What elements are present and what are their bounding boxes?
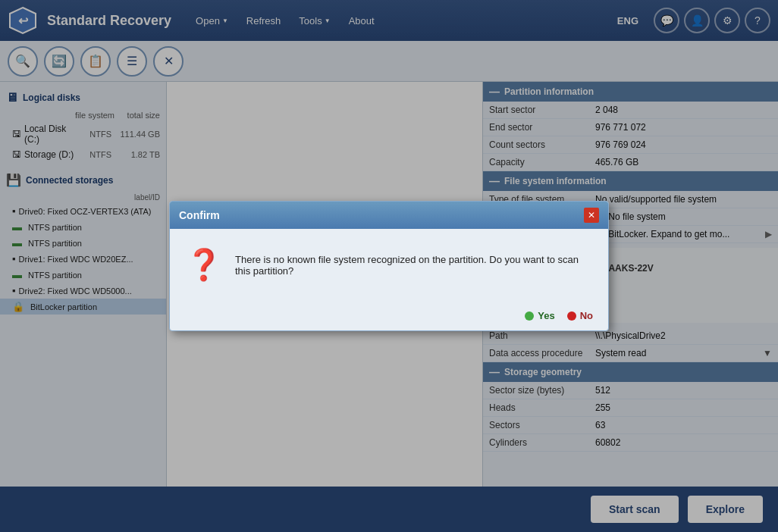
modal-message: There is no known file system recognized…	[235, 254, 593, 277]
no-dot-icon	[567, 311, 576, 321]
yes-dot-icon	[525, 311, 534, 321]
confirm-dialog: Confirm ✕ ❓ There is no known file syste…	[169, 201, 609, 331]
modal-no-button[interactable]: No	[567, 310, 593, 321]
modal-header: Confirm ✕	[170, 202, 608, 229]
modal-overlay: Confirm ✕ ❓ There is no known file syste…	[0, 0, 778, 532]
modal-body: ❓ There is no known file system recogniz…	[170, 229, 608, 301]
modal-close-button[interactable]: ✕	[584, 208, 599, 223]
modal-yes-button[interactable]: Yes	[525, 310, 554, 321]
modal-footer: Yes No	[170, 301, 608, 330]
question-icon: ❓	[185, 247, 223, 283]
modal-title: Confirm	[179, 209, 220, 221]
